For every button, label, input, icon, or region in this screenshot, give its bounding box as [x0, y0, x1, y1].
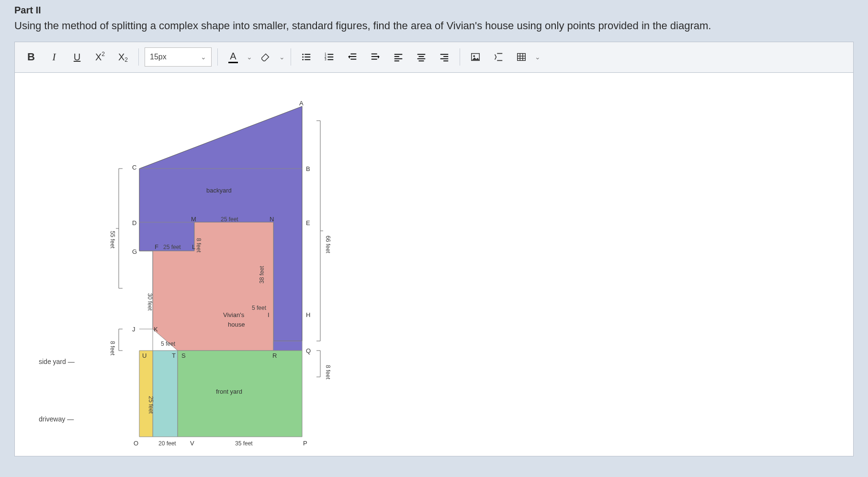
svg-rect-25	[419, 61, 424, 62]
dim-8L: 8 feet	[109, 341, 116, 356]
separator	[291, 48, 291, 66]
subscript-button[interactable]: X2	[113, 47, 133, 67]
svg-rect-22	[417, 54, 426, 55]
question-text: Using the method of splitting a complex …	[14, 19, 854, 33]
editor-canvas[interactable]: backyard front yard Vivian's house A B C…	[15, 73, 853, 456]
svg-point-31	[473, 56, 475, 57]
separator	[138, 48, 139, 66]
pt-K: K	[154, 326, 158, 333]
pt-C: C	[132, 164, 136, 171]
dim-38: 38 feet	[259, 265, 265, 283]
svg-rect-14	[350, 59, 356, 60]
region-backyard-strip	[273, 341, 302, 351]
indent-button[interactable]	[366, 47, 385, 67]
svg-rect-4	[304, 57, 310, 57]
highlight-color-button[interactable]	[256, 47, 275, 67]
pt-U: U	[142, 352, 147, 359]
label-driveway: driveway —	[39, 415, 74, 423]
italic-button[interactable]: I	[45, 47, 64, 67]
svg-rect-15	[372, 54, 377, 55]
svg-rect-23	[419, 56, 424, 57]
svg-rect-20	[395, 58, 403, 59]
dim-25U: 25 feet	[147, 396, 154, 414]
pt-G: G	[132, 248, 137, 255]
svg-point-0	[302, 54, 304, 55]
chevron-down-icon[interactable]: ⌄	[279, 53, 285, 61]
text-color-button[interactable]: A	[224, 47, 243, 67]
align-right-button[interactable]	[435, 47, 454, 67]
font-size-select[interactable]: 15px ⌄	[145, 47, 212, 67]
pt-E: E	[306, 219, 310, 227]
dim-5feet: 5 feet	[252, 305, 267, 311]
region-sideyard	[153, 351, 178, 437]
chevron-down-icon: ⌄	[201, 53, 206, 61]
dim-66: 66 feet	[325, 236, 331, 253]
pt-V: V	[190, 440, 194, 447]
label-house2: house	[228, 321, 245, 328]
svg-text:3: 3	[325, 58, 327, 61]
dim-20: 20 feet	[158, 440, 176, 447]
superscript-button[interactable]: X2	[90, 47, 110, 67]
pt-N: N	[270, 216, 274, 223]
marker-icon	[260, 52, 271, 62]
svg-rect-21	[395, 61, 399, 62]
separator	[460, 48, 460, 66]
pt-P: P	[303, 440, 307, 447]
pt-H: H	[306, 311, 310, 318]
pt-I: I	[268, 311, 270, 318]
svg-rect-10	[327, 57, 333, 57]
svg-rect-19	[395, 56, 399, 57]
svg-rect-27	[443, 56, 448, 57]
label-backyard: backyard	[206, 187, 232, 194]
align-left-button[interactable]	[389, 47, 408, 67]
pt-B: B	[306, 165, 310, 172]
svg-rect-28	[440, 58, 449, 59]
chevron-down-icon[interactable]: ⌄	[535, 53, 541, 61]
font-size-value: 15px	[150, 53, 167, 61]
insert-table-button[interactable]	[512, 47, 531, 67]
label-house1: Vivian's	[223, 311, 245, 318]
bold-button[interactable]: B	[22, 47, 41, 67]
pt-J: J	[132, 326, 135, 333]
svg-rect-3	[304, 54, 310, 55]
dim-35: 35 feet	[235, 440, 253, 447]
text-color-label: A	[230, 51, 236, 61]
house-diagram: backyard front yard Vivian's house A B C…	[96, 92, 403, 456]
pt-O: O	[134, 440, 138, 447]
insert-image-button[interactable]	[466, 47, 485, 67]
chevron-down-icon[interactable]: ⌄	[247, 53, 252, 61]
insert-equation-button[interactable]	[489, 47, 508, 67]
part-label: Part II	[14, 5, 854, 16]
svg-rect-17	[372, 59, 377, 60]
dim-25M: 25 feet	[221, 216, 238, 223]
pt-T: T	[172, 352, 176, 359]
pt-F: F	[155, 243, 158, 250]
dim-8ML: 8 feet	[195, 238, 202, 253]
svg-rect-18	[395, 54, 403, 55]
pt-M: M	[191, 216, 196, 223]
pt-R: R	[272, 352, 277, 359]
pt-D: D	[132, 219, 136, 227]
svg-rect-26	[440, 54, 449, 55]
dim-8R: 8 feet	[325, 365, 331, 380]
svg-rect-11	[327, 59, 333, 60]
region-driveway	[139, 351, 153, 437]
outdent-button[interactable]	[343, 47, 362, 67]
svg-rect-32	[518, 54, 526, 61]
svg-point-1	[302, 57, 304, 58]
align-center-button[interactable]	[412, 47, 431, 67]
svg-rect-24	[417, 58, 426, 59]
pt-S: S	[181, 352, 186, 359]
dim-5tri: 5 feet	[161, 341, 176, 347]
pt-A: A	[299, 100, 304, 107]
bullet-list-button[interactable]	[297, 47, 316, 67]
pt-Q: Q	[306, 347, 311, 354]
dim-55: 55 feet	[109, 231, 116, 249]
svg-rect-29	[443, 61, 448, 62]
dim-25F: 25 feet	[163, 244, 181, 250]
svg-point-2	[302, 59, 304, 60]
underline-button[interactable]: U	[68, 47, 87, 67]
svg-rect-9	[327, 54, 333, 55]
label-sideyard: side yard —	[39, 358, 75, 365]
number-list-button[interactable]: 123	[320, 47, 339, 67]
